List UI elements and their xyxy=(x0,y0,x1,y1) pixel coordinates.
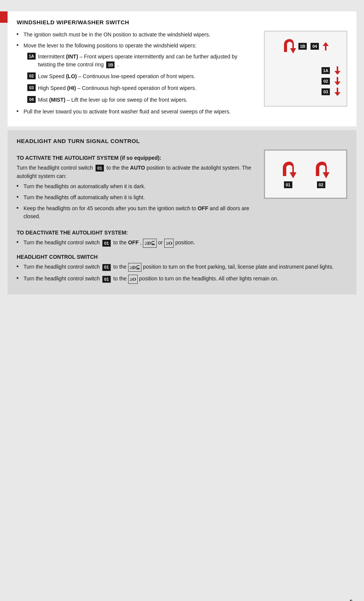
badge-04-diag: 04 xyxy=(311,43,319,50)
wiper-sub-bullets: 1A Intermittent (INT) – Front wipers ope… xyxy=(27,53,256,104)
svg-marker-2 xyxy=(334,77,340,85)
wiper-section-title: WINDSHIELD WIPER/WASHER SWITCH xyxy=(17,19,347,25)
uturn-left-icon xyxy=(282,38,297,55)
autolight-bullet-list: Turn the headlights on automatically whe… xyxy=(17,183,256,220)
autolight-title: TO ACTIVATE THE AUTOLIGHT SYSTEM (if so … xyxy=(17,155,256,161)
autolight-bullet-3: Keep the headlights on for 45 seconds af… xyxy=(17,205,256,220)
headlight-symbol-ctrl: ≥O xyxy=(128,275,138,284)
headlight-symbol-deact: ≥O xyxy=(164,239,174,248)
wiper-bottom-rows: 1A 02 03 xyxy=(271,66,340,96)
wiper-sub-04: 04 Mist (MIST) – Lift the lever up for o… xyxy=(27,96,256,104)
parking-symbol-ctrl: ≥D⊆ xyxy=(128,263,141,272)
autolight-bullet-2: Turn the headlights off automatically wh… xyxy=(17,194,256,201)
deactivate-section: TO DEACTIVATE THE AUTOLIGHT SYSTEM: Turn… xyxy=(17,230,347,248)
wiper-bullet-3: Pull the lever toward you to activate fr… xyxy=(17,108,256,116)
wiper-bullet-1: The ignition switch must be in the ON po… xyxy=(17,31,256,39)
control-switch-title: HEADLIGHT CONTROL SWITCH xyxy=(17,254,347,260)
wiper-sub-03: 03 High Speed (HI) – Continuous high-spe… xyxy=(27,84,256,92)
uturn-right-headlight-icon xyxy=(314,160,331,179)
wiper-sub-1A: 1A Intermittent (INT) – Front wipers ope… xyxy=(27,53,256,69)
deactivate-title: TO DEACTIVATE THE AUTOLIGHT SYSTEM: xyxy=(17,230,347,236)
deactivate-bullet-1: Turn the headlight control switch 01 to … xyxy=(17,239,347,248)
deactivate-bullet-list: Turn the headlight control switch 01 to … xyxy=(17,239,347,248)
svg-marker-1 xyxy=(334,66,340,75)
badge-04: 04 xyxy=(27,96,36,103)
badge-02-diag: 02 xyxy=(322,78,330,85)
wiper-diagram-box: 1B 04 1A xyxy=(264,31,347,107)
badge-01-ctrl1: 01 xyxy=(102,264,111,271)
wiper-sub-02: 02 Low Speed (LO) – Continuous low-speed… xyxy=(27,72,256,80)
wiper-diagram-column: 1B 04 1A xyxy=(264,31,347,119)
wiper-int-text: Intermittent (INT) – Front wipers operat… xyxy=(38,53,256,69)
parking-symbol-deact: ≥D⊆ xyxy=(143,239,156,248)
wiper-bullet-list: The ignition switch must be in the ON po… xyxy=(17,31,256,116)
wiper-content-layout: The ignition switch must be in the ON po… xyxy=(17,31,347,119)
wiper-row-03: 03 xyxy=(322,88,340,96)
badge-1A-diag: 1A xyxy=(322,67,330,74)
badge-1B-inline: 1B xyxy=(106,61,115,68)
svg-marker-0 xyxy=(323,42,329,50)
badge-1A: 1A xyxy=(27,53,36,60)
badge-01-deact: 01 xyxy=(102,240,111,247)
wiper-mist-text: Mist (MIST) – Lift the lever up for one … xyxy=(38,96,188,104)
wiper-bullet-2: Move the lever to the following position… xyxy=(17,42,256,104)
badge-03: 03 xyxy=(27,84,36,91)
wiper-lo-text: Low Speed (LO) – Continuous low-speed op… xyxy=(38,72,195,80)
wiper-hi-text: High Speed (HI) – Continuous high-speed … xyxy=(38,84,196,92)
wiper-row-1A: 1A xyxy=(322,66,340,75)
wiper-top-row: 1B 04 xyxy=(271,38,340,55)
page-container: WINDSHIELD WIPER/WASHER SWITCH The ignit… xyxy=(0,11,364,601)
autolight-paragraph: Turn the headlight control switch 01 to … xyxy=(17,164,256,180)
badge-03-diag: 03 xyxy=(322,88,330,95)
headlight-diag-02: 02 xyxy=(314,160,331,188)
wiper-1b-group: 1B 04 xyxy=(282,38,329,55)
headlight-content-layout: TO ACTIVATE THE AUTOLIGHT SYSTEM (if so … xyxy=(17,149,347,223)
control-bullet-2: Turn the headlight control switch 01 to … xyxy=(17,275,347,284)
headlight-section-title: HEADLIGHT AND TURN SIGNAL CONTROL xyxy=(17,138,347,144)
headlight-diag-01: 01 xyxy=(281,160,298,188)
control-bullet-1: Turn the headlight control switch 01 to … xyxy=(17,263,347,272)
control-switch-section: HEADLIGHT CONTROL SWITCH Turn the headli… xyxy=(17,254,347,284)
badge-01-ctrl2: 01 xyxy=(102,276,111,283)
badge-1B-diag: 1B xyxy=(298,43,307,50)
svg-marker-3 xyxy=(334,88,340,96)
arrow-down-02-icon xyxy=(334,77,340,85)
arrow-down-03-icon xyxy=(334,88,340,96)
badge-01-diag: 01 xyxy=(284,181,292,188)
auto-bold: AUTO xyxy=(130,165,145,171)
page-number: 5 xyxy=(350,599,353,601)
badge-02: 02 xyxy=(27,72,36,79)
headlight-text-column: TO ACTIVATE THE AUTOLIGHT SYSTEM (if so … xyxy=(17,149,256,223)
badge-01-auto: 01 xyxy=(96,165,104,171)
arrow-up-04-icon xyxy=(323,42,329,50)
wiper-text-column: The ignition switch must be in the ON po… xyxy=(17,31,256,119)
uturn-left-headlight-icon xyxy=(281,160,298,179)
autolight-bullet-1: Turn the headlights on automatically whe… xyxy=(17,183,256,190)
control-bullet-list: Turn the headlight control switch 01 to … xyxy=(17,263,347,284)
badge-02-diag: 02 xyxy=(317,181,325,188)
arrow-down-1A-icon xyxy=(334,66,340,75)
headlight-diagram-box: 01 02 xyxy=(264,149,347,199)
headlight-diagram-column: 01 02 xyxy=(264,149,347,223)
wiper-row-02: 02 xyxy=(322,77,340,85)
section-wiper: WINDSHIELD WIPER/WASHER SWITCH The ignit… xyxy=(8,11,356,126)
section-headlight: HEADLIGHT AND TURN SIGNAL CONTROL TO ACT… xyxy=(8,130,356,294)
